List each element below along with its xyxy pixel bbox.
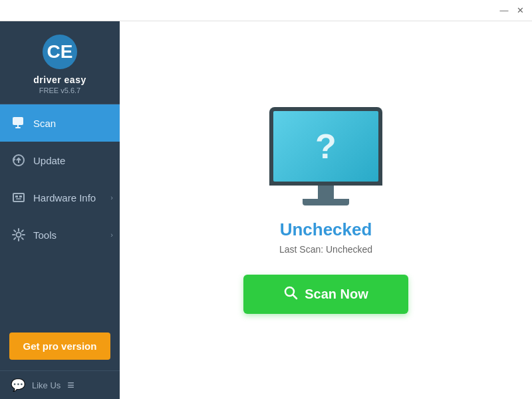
- sidebar-item-scan-label: Scan: [33, 118, 56, 129]
- update-icon: [11, 152, 27, 168]
- monitor-illustration: ?: [266, 106, 386, 206]
- sidebar-item-update-label: Update: [33, 155, 65, 166]
- content-area: ? Unchecked Last Scan: Unchecked Scan No…: [120, 21, 532, 399]
- nav-items: Scan Update: [0, 104, 120, 325]
- sidebar-item-hardware-info-label: Hardware Info: [33, 192, 96, 203]
- monitor-stand-neck: [318, 186, 334, 199]
- sidebar: CE driver easy FREE v5.6.7 Scan: [0, 21, 120, 399]
- app-logo-icon: CE: [41, 33, 78, 70]
- scan-search-icon: [283, 285, 298, 303]
- svg-line-13: [293, 295, 297, 299]
- question-mark-icon: ?: [315, 129, 336, 164]
- scan-now-button[interactable]: Scan Now: [243, 275, 408, 314]
- last-scan-label: Last Scan: Unchecked: [279, 244, 372, 255]
- main-layout: CE driver easy FREE v5.6.7 Scan: [0, 21, 532, 399]
- app-version: FREE v5.6.7: [39, 86, 80, 94]
- titlebar: — ✕: [0, 0, 532, 21]
- sidebar-item-tools-label: Tools: [33, 229, 57, 241]
- minimize-button[interactable]: —: [497, 4, 511, 17]
- sidebar-item-scan[interactable]: Scan: [0, 104, 120, 142]
- hardware-icon: [11, 190, 27, 205]
- status-title: Unchecked: [280, 219, 372, 240]
- svg-point-11: [17, 233, 21, 237]
- monitor-stand-base: [303, 199, 349, 205]
- get-pro-button[interactable]: Get pro version: [9, 332, 110, 360]
- sidebar-logo: CE driver easy FREE v5.6.7: [0, 21, 120, 104]
- tools-icon: [11, 227, 27, 243]
- tools-chevron-icon: ›: [110, 231, 113, 239]
- svg-rect-7: [13, 194, 24, 201]
- monitor-screen: ?: [266, 107, 386, 205]
- svg-rect-2: [13, 117, 23, 125]
- scan-icon: [11, 115, 27, 131]
- svg-text:CE: CE: [47, 41, 73, 62]
- svg-rect-4: [15, 127, 21, 128]
- like-us-label[interactable]: Like Us: [32, 380, 61, 390]
- svg-rect-9: [19, 196, 22, 198]
- sidebar-item-hardware-info[interactable]: Hardware Info ›: [0, 179, 120, 216]
- app-title: driver easy: [33, 74, 86, 85]
- hardware-info-chevron-icon: ›: [110, 194, 113, 201]
- svg-rect-8: [15, 196, 18, 198]
- monitor-bezel: ?: [269, 107, 382, 186]
- monitor-screen-inner: ?: [273, 111, 378, 182]
- chat-icon[interactable]: 💬: [11, 378, 25, 392]
- sidebar-item-update[interactable]: Update: [0, 142, 120, 179]
- svg-rect-3: [17, 125, 19, 127]
- sidebar-bottom: 💬 Like Us ≡: [0, 370, 120, 399]
- close-button[interactable]: ✕: [513, 4, 527, 17]
- list-icon[interactable]: ≡: [67, 378, 74, 392]
- scan-now-label: Scan Now: [305, 287, 368, 302]
- sidebar-item-tools[interactable]: Tools ›: [0, 216, 120, 253]
